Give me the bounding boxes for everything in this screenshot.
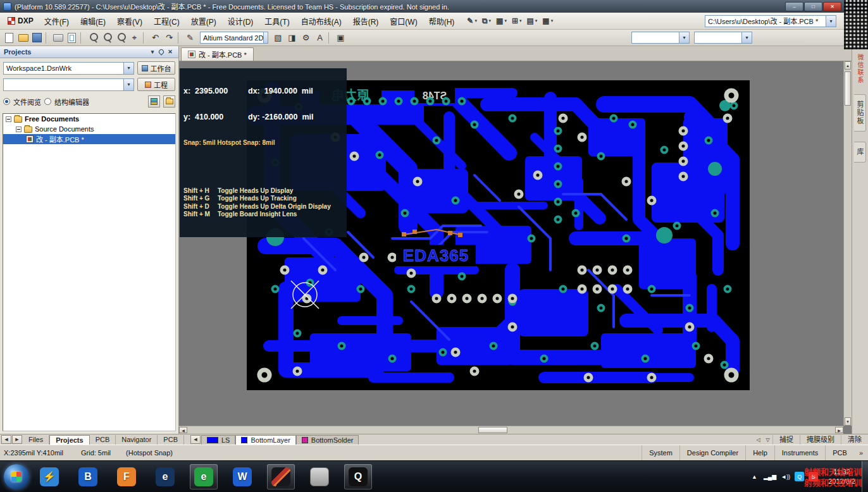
tray-expand-icon[interactable]: ▲ bbox=[750, 472, 759, 481]
net-filter-combo[interactable] bbox=[631, 32, 690, 44]
toolbar-separator[interactable] bbox=[46, 32, 49, 44]
layer-set-tab[interactable]: LS bbox=[201, 435, 235, 445]
layer-view-button[interactable] bbox=[148, 95, 160, 108]
zoom-fit-icon[interactable] bbox=[86, 31, 99, 44]
document-tab[interactable]: 改 - 副本.PCB * bbox=[181, 47, 254, 61]
tree-item-pcb-document[interactable]: 改 - 副本.PCB * bbox=[3, 134, 175, 144]
thunder-app[interactable]: ⚡ bbox=[35, 464, 63, 489]
snippets-tool-icon[interactable]: ▤ bbox=[524, 15, 539, 27]
menu-item[interactable]: 工程(C) bbox=[148, 16, 185, 28]
baidu-app[interactable]: B bbox=[74, 464, 102, 489]
tray-security-icon[interactable]: S bbox=[809, 472, 818, 481]
fax-printer-app[interactable] bbox=[306, 464, 333, 489]
panel-menu-button[interactable]: System bbox=[642, 445, 679, 460]
wiring-tool-icon[interactable]: ✎ bbox=[465, 15, 479, 27]
layer-list-icon[interactable] bbox=[753, 435, 763, 445]
horizontal-scroll-thumb[interactable] bbox=[478, 427, 507, 433]
project-combo[interactable] bbox=[3, 78, 134, 91]
mask-level-icon[interactable]: ◨ bbox=[285, 31, 299, 44]
right-panel-tab[interactable]: 库 bbox=[854, 142, 866, 163]
cross-probe-icon[interactable]: ⌖ bbox=[128, 31, 141, 44]
placement-tool-icon[interactable]: ⊞ bbox=[510, 15, 524, 27]
taskbar-clock[interactable]: 11:32 2012/8/2 bbox=[822, 467, 862, 486]
print-icon[interactable] bbox=[51, 31, 65, 44]
menu-item[interactable]: 放置(P) bbox=[185, 16, 222, 28]
panel-close-icon[interactable] bbox=[166, 48, 175, 56]
footprint-icon[interactable]: ▣ bbox=[334, 31, 347, 44]
layer-dropdown-icon[interactable] bbox=[763, 435, 772, 445]
dxp-menu[interactable]: DXP bbox=[3, 16, 39, 25]
pcb-editor-canvas[interactable]: 原力电 ST48 bbox=[179, 61, 852, 434]
open-document-icon[interactable] bbox=[16, 31, 30, 44]
grid-tool-icon[interactable]: ▩ bbox=[540, 15, 555, 27]
panel-tab[interactable]: PCB bbox=[90, 435, 116, 445]
menu-item[interactable]: 工具(T) bbox=[259, 16, 295, 28]
scroll-right-icon[interactable] bbox=[835, 427, 843, 433]
panel-tab[interactable]: Navigator bbox=[116, 435, 158, 445]
toolbar-separator[interactable] bbox=[80, 32, 84, 44]
workspace-combo[interactable]: Workspace1.DsnWrk bbox=[3, 62, 134, 75]
w-tile-app[interactable]: W bbox=[228, 464, 256, 489]
vertical-scroll-thumb[interactable] bbox=[845, 71, 851, 106]
print-preview-icon[interactable] bbox=[65, 31, 78, 44]
altium-designer-app[interactable] bbox=[267, 464, 295, 489]
tray-volume-icon[interactable]: ◄)) bbox=[781, 472, 790, 481]
collapse-icon[interactable] bbox=[6, 116, 11, 122]
toolbar-separator[interactable] bbox=[143, 32, 147, 44]
panel-tab[interactable]: PCB bbox=[158, 435, 184, 445]
redo-icon[interactable]: ↷ bbox=[163, 31, 176, 44]
view-mode-combo[interactable]: Altium Standard 2D bbox=[200, 32, 268, 44]
menu-item[interactable]: 设计(D) bbox=[222, 16, 259, 28]
panel-menu-button[interactable]: Instruments bbox=[774, 445, 825, 460]
scroll-left-icon[interactable] bbox=[179, 427, 187, 433]
firefox-app[interactable]: F bbox=[113, 464, 140, 489]
close-button[interactable]: ✕ bbox=[823, 2, 841, 11]
ie-app[interactable]: e bbox=[151, 464, 179, 489]
new-document-icon[interactable] bbox=[3, 31, 16, 44]
board-insight-button[interactable]: 掩膜级别 bbox=[800, 435, 841, 445]
layer-tab[interactable]: BottomSolder bbox=[296, 435, 359, 445]
show-desktop-button[interactable] bbox=[862, 461, 868, 492]
tree-item-source-documents[interactable]: Source Documents bbox=[3, 124, 175, 134]
scroll-up-icon[interactable] bbox=[845, 61, 851, 70]
collapse-icon[interactable] bbox=[16, 126, 22, 132]
tree-item-free-documents[interactable]: Free Documents bbox=[3, 114, 175, 124]
green-browser-app[interactable]: e bbox=[190, 464, 218, 489]
right-panel-tab[interactable]: 剪贴板 bbox=[854, 94, 866, 132]
tab-scroll-left-icon[interactable] bbox=[1, 435, 11, 444]
workbench-button[interactable]: 工作台 bbox=[137, 61, 175, 75]
menu-item[interactable]: 帮助(H) bbox=[423, 16, 461, 28]
align-tool-icon[interactable]: ⧉ bbox=[480, 15, 493, 27]
panel-tab[interactable]: Files bbox=[23, 435, 49, 445]
minimize-button[interactable]: – bbox=[785, 2, 803, 11]
menu-item[interactable]: 报告(R) bbox=[347, 16, 385, 28]
toolbar-separator[interactable] bbox=[328, 32, 332, 44]
zoom-selection-icon[interactable] bbox=[114, 31, 127, 44]
browse-tool-icon[interactable]: ▦ bbox=[494, 15, 509, 27]
zoom-area-icon[interactable] bbox=[100, 31, 113, 44]
horizontal-scrollbar[interactable] bbox=[179, 426, 843, 434]
menu-item[interactable]: 编辑(E) bbox=[75, 16, 111, 28]
component-filter-combo[interactable] bbox=[694, 32, 752, 44]
file-view-radio[interactable] bbox=[3, 98, 10, 105]
maximize-button[interactable]: □ bbox=[804, 2, 822, 11]
board-insight-button[interactable]: 清除 bbox=[841, 435, 868, 445]
undo-icon[interactable]: ↶ bbox=[149, 31, 162, 44]
project-button[interactable]: 工程 bbox=[137, 78, 175, 91]
open-project-button[interactable] bbox=[163, 95, 175, 108]
tray-qq-icon[interactable]: Q bbox=[795, 472, 804, 481]
menu-item[interactable]: 自动布线(A) bbox=[295, 16, 347, 28]
pin-icon[interactable] bbox=[157, 48, 166, 56]
preferences-icon[interactable]: ⚙ bbox=[299, 31, 313, 44]
interactive-routing-icon[interactable]: ✎ bbox=[183, 31, 197, 44]
panel-menu-button[interactable]: Design Compiler bbox=[679, 445, 745, 460]
overflow-chevron-icon[interactable]: » bbox=[854, 449, 868, 457]
board-insight-button[interactable]: 捕捉 bbox=[772, 435, 800, 445]
menu-item[interactable]: 窗口(W) bbox=[384, 16, 423, 28]
menu-item[interactable]: 察看(V) bbox=[111, 16, 148, 28]
toolbar-separator[interactable] bbox=[178, 32, 182, 44]
selection-filter-icon[interactable]: ▧ bbox=[271, 31, 285, 44]
tray-network-icon[interactable]: ▂▄▆ bbox=[764, 472, 776, 481]
annotate-icon[interactable]: A bbox=[313, 31, 326, 44]
layer-scroll-left-icon[interactable] bbox=[190, 435, 201, 444]
